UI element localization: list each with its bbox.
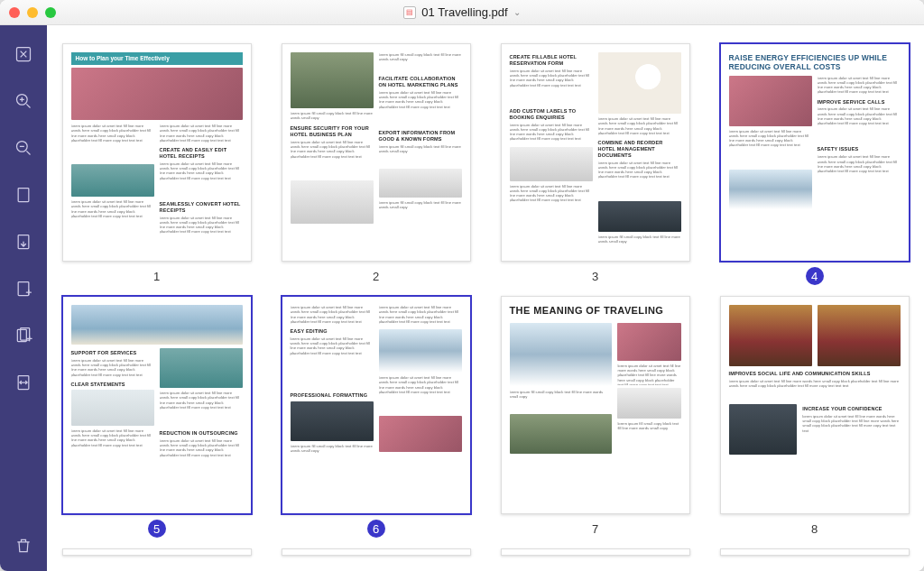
tools-sidebar	[0, 25, 47, 571]
document-title[interactable]: ▤ 01 Travelling.pdf ⌄	[0, 5, 924, 19]
replace-page-button[interactable]	[13, 372, 34, 393]
insert-file-button[interactable]	[13, 325, 34, 346]
page-cell	[56, 548, 257, 556]
subhead: EXPORT INFORMATION FROM GOOD & KNOWN FOR…	[379, 130, 462, 143]
app-window: ▤ 01 Travelling.pdf ⌄	[0, 0, 924, 571]
insert-page-button[interactable]	[13, 278, 34, 299]
file-plus-icon	[14, 327, 32, 345]
chevron-down-icon: ⌄	[513, 7, 521, 17]
page-cell: ENSURE SECURITY FOR YOUR HOTEL BUSINESS …	[275, 43, 476, 285]
page7-title: THE MEANING OF TRAVELING	[510, 305, 681, 318]
photo	[510, 323, 613, 386]
swap-icon	[14, 373, 32, 391]
photo	[291, 52, 374, 108]
page-icon	[14, 186, 32, 204]
svg-rect-3	[18, 189, 29, 202]
page-cell	[275, 548, 476, 556]
photo	[71, 68, 243, 120]
svg-rect-5	[18, 282, 29, 296]
page-thumbnail-9[interactable]	[62, 548, 252, 556]
zoom-out-icon	[14, 139, 32, 157]
subhead: IMPROVES SOCIAL LIFE AND COMMUNICATION S…	[729, 371, 901, 377]
page-thumbnail-5[interactable]: SUPPORT FOR SERVICES CLEAR STATEMENTS RE…	[62, 296, 252, 514]
page-thumbnail-12[interactable]	[720, 548, 910, 556]
page-thumbnail-6[interactable]: EASY EDITING PROFESSIONAL FORMATTING	[282, 296, 471, 514]
page-number: 4	[806, 267, 824, 285]
photo	[729, 404, 798, 455]
page-cell: SUPPORT FOR SERVICES CLEAR STATEMENTS RE…	[56, 296, 257, 538]
page-number: 2	[367, 267, 385, 285]
filename-label: 01 Travelling.pdf	[421, 5, 507, 19]
subhead: SEAMLESSLY CONVERT HOTEL RECEIPTS	[160, 201, 243, 214]
photo	[379, 329, 462, 373]
page-cell: How to Plan your Time Effectively CREATE…	[56, 43, 257, 285]
page1-headline: How to Plan your Time Effectively	[71, 52, 243, 65]
page-thumbnail-2[interactable]: ENSURE SECURITY FOR YOUR HOTEL BUSINESS …	[282, 43, 471, 262]
zoom-out-button[interactable]	[13, 137, 34, 159]
page-thumbnail-1[interactable]: How to Plan your Time Effectively CREATE…	[62, 43, 252, 262]
page-plus-icon	[14, 280, 32, 298]
page-cell: IMPROVES SOCIAL LIFE AND COMMUNICATION S…	[714, 296, 915, 538]
subhead: SAFETY ISSUES	[818, 146, 901, 152]
subhead: CREATE AND EASILY EDIT HOTEL RECEIPTS	[160, 147, 243, 160]
page-cell: EASY EDITING PROFESSIONAL FORMATTING	[275, 296, 476, 538]
page4-title: Raise Energy Efficiencies Up While Reduc…	[729, 54, 901, 72]
x-icon	[14, 45, 32, 63]
page-cell	[714, 548, 915, 556]
subhead: EASY EDITING	[291, 328, 374, 335]
photo	[617, 323, 680, 361]
page-cell: THE MEANING OF TRAVELING	[494, 296, 696, 538]
page-number: 7	[587, 520, 605, 538]
titlebar: ▤ 01 Travelling.pdf ⌄	[0, 0, 924, 25]
thumbnail-grid-area[interactable]: How to Plan your Time Effectively CREATE…	[47, 25, 924, 571]
subhead: FACILITATE COLLABORATION ON HOTEL MARKET…	[379, 76, 462, 88]
photo	[729, 76, 812, 126]
subhead: COMBINE AND REORDER HOTEL MANAGEMENT DOC…	[598, 140, 681, 159]
photo	[729, 305, 812, 366]
subhead: IMPROVE SERVICE CALLS	[818, 99, 901, 106]
photo	[598, 201, 681, 232]
photo	[510, 147, 593, 181]
page-cell: Raise Energy Efficiencies Up While Reduc…	[714, 43, 915, 285]
page-number: 6	[367, 520, 385, 538]
subhead: PROFESSIONAL FORMATTING	[291, 392, 374, 399]
delete-page-button[interactable]	[13, 535, 34, 557]
photo	[291, 180, 374, 224]
subhead: SUPPORT FOR SERVICES	[71, 350, 154, 356]
page-thumbnail-8[interactable]: IMPROVES SOCIAL LIFE AND COMMUNICATION S…	[720, 296, 910, 514]
page-cell: CREATE FILLABLE HOTEL RESERVATION FORM A…	[494, 43, 696, 285]
photo	[598, 52, 681, 114]
page-thumbnail-10[interactable]	[282, 548, 471, 556]
pdf-file-icon: ▤	[403, 6, 416, 19]
close-panel-button[interactable]	[13, 43, 34, 65]
photo	[71, 390, 154, 426]
zoom-in-button[interactable]	[13, 90, 34, 112]
extract-icon	[14, 233, 32, 251]
page-thumbnail-7[interactable]: THE MEANING OF TRAVELING	[501, 296, 690, 514]
page-thumbnail-4[interactable]: Raise Energy Efficiencies Up While Reduc…	[720, 43, 910, 262]
photo	[291, 401, 374, 441]
page-cell	[494, 548, 696, 556]
photo	[617, 388, 680, 419]
photo	[379, 169, 462, 198]
page-thumbnail-11[interactable]	[501, 548, 690, 556]
photo	[71, 164, 154, 197]
page-number: 3	[587, 267, 605, 285]
subhead: REDUCTION IN OUTSOURCING	[160, 430, 243, 437]
photo	[510, 414, 613, 454]
blank-page-button[interactable]	[13, 184, 34, 206]
subhead: CLEAR STATEMENTS	[71, 382, 154, 388]
subhead: ADD CUSTOM LABELS TO BOOKING ENQUIRIES	[510, 108, 593, 121]
page-number: 1	[148, 267, 166, 285]
photo	[729, 170, 812, 209]
extract-page-button[interactable]	[13, 231, 34, 253]
page-number: 8	[806, 520, 824, 538]
trash-icon	[14, 537, 32, 555]
subhead: CREATE FILLABLE HOTEL RESERVATION FORM	[510, 54, 593, 67]
photo	[818, 305, 901, 366]
photo	[71, 305, 243, 345]
photo	[379, 416, 462, 452]
photo	[160, 348, 243, 388]
page-number: 5	[148, 520, 166, 538]
page-thumbnail-3[interactable]: CREATE FILLABLE HOTEL RESERVATION FORM A…	[501, 43, 690, 262]
